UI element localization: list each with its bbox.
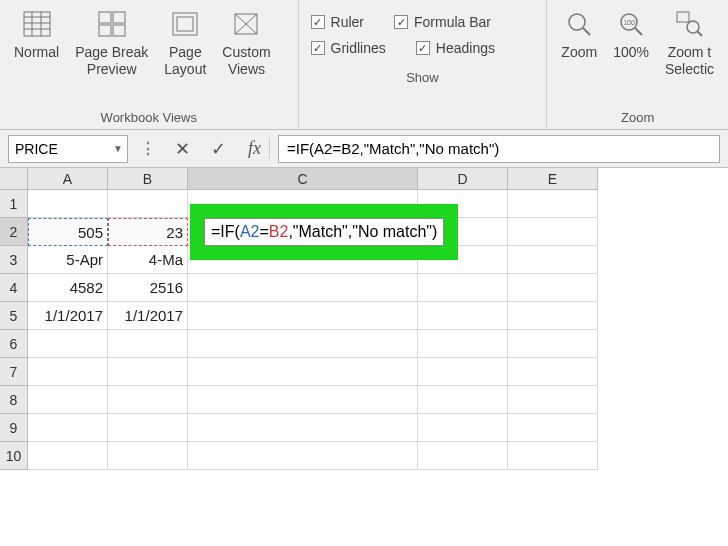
cell-B8[interactable] [108, 386, 188, 414]
cell-E2[interactable] [508, 218, 598, 246]
row-header-9[interactable]: 9 [0, 414, 28, 442]
headings-checkbox[interactable]: ✓Headings [416, 40, 495, 56]
close-icon: ✕ [175, 138, 190, 160]
custom-views-button[interactable]: Custom Views [216, 4, 276, 82]
select-all-corner[interactable] [0, 168, 28, 190]
cell-D7[interactable] [418, 358, 508, 386]
workbook-views-group-label: Workbook Views [8, 106, 290, 127]
zoom-100-button[interactable]: 100 100% [607, 4, 655, 65]
page-layout-icon [169, 8, 201, 40]
cell-D6[interactable] [418, 330, 508, 358]
row-header-1[interactable]: 1 [0, 190, 28, 218]
cell-A3[interactable]: 5-Apr [28, 246, 108, 274]
row-header-3[interactable]: 3 [0, 246, 28, 274]
cell-B5[interactable]: 1/1/2017 [108, 302, 188, 330]
cell-B6[interactable] [108, 330, 188, 358]
cell-C8[interactable] [188, 386, 418, 414]
cell-C9[interactable] [188, 414, 418, 442]
cell-B7[interactable] [108, 358, 188, 386]
gridlines-checkbox[interactable]: ✓Gridlines [311, 40, 386, 56]
cell-C7[interactable] [188, 358, 418, 386]
row-header-10[interactable]: 10 [0, 442, 28, 470]
cell-B4[interactable]: 2516 [108, 274, 188, 302]
check-icon: ✓ [311, 15, 325, 29]
zoom-selection-icon [673, 8, 705, 40]
cell-C5[interactable] [188, 302, 418, 330]
formula-input[interactable]: =IF(A2=B2,"Match","No match") [278, 135, 720, 163]
cell-D4[interactable] [418, 274, 508, 302]
fx-icon[interactable]: fx [240, 138, 270, 159]
cell-E5[interactable] [508, 302, 598, 330]
group-zoom: Zoom 100 100% Zoom t Selectic Zoom [547, 0, 728, 129]
cell-E9[interactable] [508, 414, 598, 442]
cell-edit-overlay: =IF(A2=B2,"Match","No match") [190, 204, 458, 260]
column-header-A[interactable]: A [28, 168, 108, 190]
svg-rect-6 [99, 12, 111, 23]
cell-E7[interactable] [508, 358, 598, 386]
cell-C4[interactable] [188, 274, 418, 302]
cell-A4[interactable]: 4582 [28, 274, 108, 302]
cell-E3[interactable] [508, 246, 598, 274]
svg-line-22 [697, 31, 702, 36]
cell-A9[interactable] [28, 414, 108, 442]
cell-D5[interactable] [418, 302, 508, 330]
zoom-100-icon: 100 [615, 8, 647, 40]
cell-C6[interactable] [188, 330, 418, 358]
check-icon: ✓ [416, 41, 430, 55]
show-group-label: Show [307, 66, 539, 87]
normal-view-label: Normal [14, 44, 59, 61]
cell-D9[interactable] [418, 414, 508, 442]
svg-rect-7 [113, 12, 125, 23]
formula-bar-checkbox[interactable]: ✓Formula Bar [394, 14, 491, 30]
zoom-label: Zoom [561, 44, 597, 61]
column-header-C[interactable]: C [188, 168, 418, 190]
cell-E4[interactable] [508, 274, 598, 302]
ruler-checkbox[interactable]: ✓Ruler [311, 14, 364, 30]
cell-A1[interactable] [28, 190, 108, 218]
zoom-button[interactable]: Zoom [555, 4, 603, 65]
column-header-B[interactable]: B [108, 168, 188, 190]
cell-A7[interactable] [28, 358, 108, 386]
column-headers: ABCDE [28, 168, 598, 190]
svg-rect-8 [99, 25, 111, 36]
spreadsheet-grid[interactable]: ABCDE 12345678910 505235-Apr4-Ma45822516… [0, 168, 728, 546]
cell-E8[interactable] [508, 386, 598, 414]
cell-B10[interactable] [108, 442, 188, 470]
cell-B2[interactable]: 23 [108, 218, 188, 246]
cell-C10[interactable] [188, 442, 418, 470]
cell-A10[interactable] [28, 442, 108, 470]
cell-E6[interactable] [508, 330, 598, 358]
row-header-6[interactable]: 6 [0, 330, 28, 358]
cell-D10[interactable] [418, 442, 508, 470]
column-header-E[interactable]: E [508, 168, 598, 190]
zoom-selection-label: Zoom t Selectic [665, 44, 714, 78]
column-header-D[interactable]: D [418, 168, 508, 190]
row-header-4[interactable]: 4 [0, 274, 28, 302]
cell-E1[interactable] [508, 190, 598, 218]
cell-B9[interactable] [108, 414, 188, 442]
cell-E10[interactable] [508, 442, 598, 470]
row-header-2[interactable]: 2 [0, 218, 28, 246]
row-header-5[interactable]: 5 [0, 302, 28, 330]
cell-A2[interactable]: 505 [28, 218, 108, 246]
cell-A8[interactable] [28, 386, 108, 414]
page-layout-label: Page Layout [164, 44, 206, 78]
cell-B3[interactable]: 4-Ma [108, 246, 188, 274]
zoom-selection-button[interactable]: Zoom t Selectic [659, 4, 720, 82]
cell-A5[interactable]: 1/1/2017 [28, 302, 108, 330]
page-layout-button[interactable]: Page Layout [158, 4, 212, 82]
name-box[interactable]: PRICE ▼ [8, 135, 128, 163]
cell-D8[interactable] [418, 386, 508, 414]
page-break-button[interactable]: Page Break Preview [69, 4, 154, 82]
chevron-down-icon[interactable]: ▼ [113, 143, 123, 154]
row-header-8[interactable]: 8 [0, 386, 28, 414]
accept-formula-button[interactable]: ✓ [204, 135, 232, 163]
row-header-7[interactable]: 7 [0, 358, 28, 386]
cell-A6[interactable] [28, 330, 108, 358]
cell-edit-input[interactable]: =IF(A2=B2,"Match","No match") [204, 218, 444, 246]
normal-view-button[interactable]: Normal [8, 4, 65, 65]
check-icon: ✓ [394, 15, 408, 29]
cancel-formula-button[interactable]: ✕ [168, 135, 196, 163]
cell-B1[interactable] [108, 190, 188, 218]
custom-views-icon [230, 8, 262, 40]
